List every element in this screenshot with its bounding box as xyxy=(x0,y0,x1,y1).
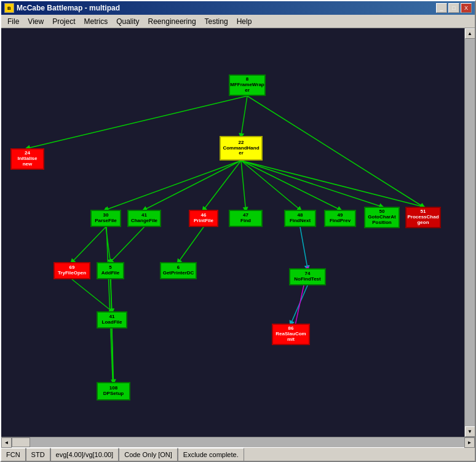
status-code-only: Code Only [ON] xyxy=(119,448,178,461)
menu-metrics[interactable]: Metrics xyxy=(81,16,112,27)
menu-quality[interactable]: Quality xyxy=(113,16,143,27)
minimize-button[interactable]: _ xyxy=(436,3,447,13)
node-n11[interactable]: 51ProcessChadgeon xyxy=(405,207,441,228)
window-title: McCabe Battlemap - multipad xyxy=(17,4,120,12)
menu-bar: File View Project Metrics Quality Reengi… xyxy=(1,15,475,28)
svg-line-5 xyxy=(204,161,241,210)
scroll-right-button[interactable]: ► xyxy=(464,437,475,448)
node-n18[interactable]: 108DPSetup xyxy=(97,382,130,400)
svg-line-2 xyxy=(247,96,423,207)
svg-line-8 xyxy=(241,161,340,210)
title-bar: B McCabe Battlemap - multipad _ □ X xyxy=(1,1,475,15)
node-n6[interactable]: 46PrintFile xyxy=(189,210,218,227)
node-n9[interactable]: 49FindPrev xyxy=(324,210,356,227)
scroll-up-button[interactable]: ▲ xyxy=(465,28,475,39)
svg-line-6 xyxy=(241,161,246,210)
svg-line-7 xyxy=(241,161,300,210)
app-icon: B xyxy=(4,3,14,13)
svg-line-20 xyxy=(112,329,114,382)
svg-line-14 xyxy=(178,227,204,262)
status-bar: FCN STD evg[4.00]/vg[10.00] Code Only [O… xyxy=(1,447,475,461)
svg-line-18 xyxy=(291,285,307,324)
svg-line-10 xyxy=(241,161,423,207)
svg-line-22 xyxy=(106,210,114,400)
svg-line-1 xyxy=(28,96,248,148)
scroll-thumb-horizontal[interactable] xyxy=(12,437,30,447)
menu-help[interactable]: Help xyxy=(233,16,256,27)
menu-project[interactable]: Project xyxy=(49,16,79,27)
horizontal-scrollbar: ◄ ► xyxy=(1,437,475,447)
vertical-scrollbar: ▲ ▼ xyxy=(464,28,475,437)
svg-line-3 xyxy=(106,161,241,210)
status-fcn: FCN xyxy=(1,448,26,461)
canvas[interactable]: 8MFFrameWraper22CommandHander24Initialis… xyxy=(1,28,464,437)
node-n7[interactable]: 47Find xyxy=(229,210,263,227)
status-evg: evg[4.00]/vg[10.00] xyxy=(50,448,119,461)
node-n3[interactable]: 24Initialisenew xyxy=(10,148,44,170)
menu-testing[interactable]: Testing xyxy=(201,16,232,27)
node-n16[interactable]: 41LoadFile xyxy=(97,311,127,329)
svg-line-4 xyxy=(145,161,242,210)
main-drawing-area: 8MFFrameWraper22CommandHander24Initialis… xyxy=(1,28,475,437)
title-bar-left: B McCabe Battlemap - multipad xyxy=(4,3,120,13)
close-button[interactable]: X xyxy=(461,3,472,13)
node-n5[interactable]: 41ChangeFile xyxy=(127,210,161,227)
svg-line-15 xyxy=(300,227,307,268)
node-n8[interactable]: 48FindNext xyxy=(284,210,316,227)
svg-line-17 xyxy=(111,279,113,311)
scroll-track-horizontal[interactable] xyxy=(12,437,464,447)
node-n10[interactable]: 50GotoCharAtPosition xyxy=(364,207,400,228)
scroll-down-button[interactable]: ▼ xyxy=(465,426,475,437)
menu-view[interactable]: View xyxy=(24,16,47,27)
svg-line-0 xyxy=(241,96,247,136)
svg-line-13 xyxy=(111,227,145,262)
status-std: STD xyxy=(26,448,50,461)
node-n14[interactable]: 6GetPrinterDC xyxy=(160,262,197,279)
svg-line-11 xyxy=(72,227,106,262)
scroll-left-button[interactable]: ◄ xyxy=(1,437,12,448)
node-n17[interactable]: 86ReaSlauCommit xyxy=(272,324,310,345)
node-n12[interactable]: 69TryFileOpen xyxy=(54,262,90,279)
node-n15[interactable]: 74NoFindTest xyxy=(289,268,326,285)
maximize-button[interactable]: □ xyxy=(448,3,459,13)
title-bar-buttons: _ □ X xyxy=(436,3,472,13)
scroll-track-vertical[interactable] xyxy=(465,39,475,426)
svg-line-12 xyxy=(106,227,111,262)
node-n13[interactable]: 5AddFile xyxy=(97,262,124,279)
status-exclude: Exclude complete. xyxy=(178,448,244,461)
svg-line-16 xyxy=(72,279,112,311)
main-window: B McCabe Battlemap - multipad _ □ X File… xyxy=(0,0,476,462)
node-n4[interactable]: 30ParseFile xyxy=(90,210,121,227)
node-n1[interactable]: 8MFFrameWraper xyxy=(229,74,266,96)
menu-reengineering[interactable]: Reengineering xyxy=(145,16,200,27)
node-n2[interactable]: 22CommandHander xyxy=(220,136,263,161)
svg-line-21 xyxy=(111,262,114,400)
svg-line-9 xyxy=(241,161,382,207)
menu-file[interactable]: File xyxy=(4,16,23,27)
